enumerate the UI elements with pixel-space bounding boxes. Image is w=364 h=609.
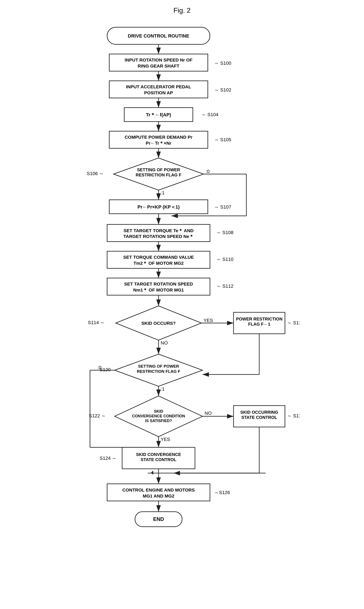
s112-label: ～ S112 — [216, 283, 234, 289]
s106-line2: RESTRICTION FLAG F — [136, 172, 181, 177]
s124-line2: STATE CONTROL — [141, 457, 176, 462]
svg-marker-51 — [151, 471, 153, 475]
s120-line2: RESTRICTION FLAG F — [137, 369, 180, 374]
s118-line1: SKID OCCURRING — [240, 410, 278, 415]
s104-label: ～ S104 — [201, 112, 219, 117]
s122-yes: YES — [161, 437, 170, 442]
s126-line2: MG1 AND MG2 — [143, 493, 174, 498]
svg-rect-22 — [107, 251, 210, 268]
s106-one: :1 — [161, 190, 165, 196]
s124-label: S124 ～ — [100, 455, 117, 461]
s100-line1: INPUT ROTATION SPEED Nr OF — [124, 57, 192, 62]
svg-rect-20 — [107, 225, 210, 242]
s120-line1: SETTING OF POWER — [138, 364, 179, 369]
s126-label: ～S126 — [214, 490, 230, 495]
s112-line2: Nm1＊ OF MOTOR MG1 — [133, 288, 184, 292]
s104-text: Tr＊←f(AP) — [146, 112, 171, 118]
s108-line2: TARGET ROTATION SPEED Ne＊ — [123, 234, 194, 239]
s110-line1: SET TORQUE COMMAND VALUE — [123, 255, 194, 260]
start-label: DRIVE CONTROL ROUTINE — [128, 33, 189, 39]
s118-label: ～ S118 — [287, 413, 300, 418]
s118-line2: STATE CONTROL — [241, 415, 277, 420]
figure-title: Fig. 2 — [0, 0, 364, 19]
s107-text: Pr←Pr×KP (KP＜1) — [137, 204, 180, 210]
s102-label: ～ S102 — [214, 87, 231, 93]
s105-line2: Pr←Tr＊×Nr — [146, 141, 171, 146]
s122-label: S122 ～ — [89, 413, 106, 418]
s126-line1: CONTROL ENGINE AND MOTORS — [122, 488, 195, 492]
flowchart-diagram: DRIVE CONTROL ROUTINE INPUT ROTATION SPE… — [64, 19, 300, 609]
s114-no: NO — [161, 340, 168, 345]
s116-line1: POWER RESTRICTION — [236, 317, 282, 321]
s124-line1: SKID CONVERGENCE — [136, 452, 181, 457]
s106-zero: :0 — [206, 169, 209, 174]
end-label: END — [153, 516, 164, 522]
svg-rect-24 — [107, 278, 210, 295]
s116-label: ～ S116 — [287, 320, 300, 325]
s110-line2: Tm2＊ OF MOTOR MG2 — [133, 261, 183, 265]
s102-line1: INPUT ACCELERATOR PEDAL — [126, 84, 191, 89]
s112-line1: SET TARGET ROTATION SPEED — [124, 281, 193, 286]
page: Fig. 2 DRIVE CONTROL ROUTINE INPUT ROTAT… — [0, 0, 364, 609]
s108-line1: SET TARGET TORQUE Te＊ AND — [123, 228, 194, 233]
s114-label: S114 ～ — [88, 320, 105, 325]
s122-line1: SKID — [154, 409, 163, 413]
svg-rect-10 — [109, 131, 208, 148]
s105-label: ～ S105 — [214, 137, 231, 142]
s106-line1: SETTING OF POWER — [137, 167, 180, 172]
s116-line2: FLAG F←1 — [248, 322, 270, 327]
s105-line1: COMPUTE POWER DEMAND Pr — [124, 135, 192, 140]
s106-label: S106 ～ — [87, 171, 104, 176]
s122-line2: CONVERGENCE CONDITION — [132, 414, 185, 418]
svg-rect-48 — [107, 484, 210, 501]
svg-rect-6 — [109, 81, 208, 98]
s110-label: ～ S110 — [216, 257, 234, 262]
s107-label: ～ S107 — [214, 204, 231, 210]
s100-line2: RING GEAR SHAFT — [138, 64, 179, 68]
s102-line2: POSITION AP — [144, 90, 173, 95]
s120-one: :1 — [161, 386, 165, 392]
s114-yes: YES — [204, 318, 213, 323]
svg-rect-4 — [109, 54, 208, 71]
s122-line3: IS SATISFIED? — [145, 419, 172, 423]
s122-no: NO — [205, 410, 212, 416]
s120-zero: :0 — [97, 365, 101, 370]
s108-label: ～ S108 — [216, 230, 234, 235]
s114-text: SKID OCCURS? — [141, 321, 176, 326]
s100-label: ～ S100 — [214, 60, 231, 66]
